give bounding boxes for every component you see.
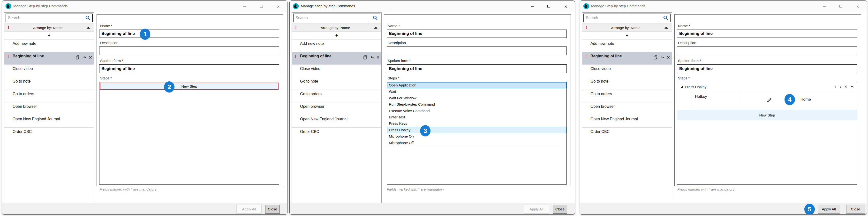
command-list-panel: ! Arrange by: Name + Add new note ! Begi…	[4, 12, 94, 207]
edit-pencil-icon[interactable]	[766, 97, 772, 103]
minimize-button[interactable]	[820, 1, 828, 12]
list-item[interactable]: Add new note	[292, 39, 381, 52]
name-field[interactable]: Beginning of line	[99, 30, 279, 38]
callout-1: 1	[140, 29, 150, 40]
minimize-button[interactable]	[528, 1, 536, 12]
list-item[interactable]: Close video	[292, 65, 381, 77]
undo-icon[interactable]	[370, 55, 374, 60]
delete-icon[interactable]: ×	[89, 55, 92, 60]
titlebar: Manage Step-by-step Commands ×	[580, 1, 867, 12]
apply-all-button[interactable]: Apply All	[237, 205, 261, 214]
arrange-by-header[interactable]: ! Arrange by: Name	[292, 24, 381, 32]
undo-icon[interactable]	[660, 55, 665, 60]
step-type-option[interactable]: Run Step-by-step Command	[387, 101, 566, 107]
undo-step-icon[interactable]	[850, 85, 854, 89]
step-item-header[interactable]: Press Hotkey ↑ ↓ ×	[677, 83, 857, 90]
list-item[interactable]: Open browser	[4, 102, 94, 115]
step-type-option[interactable]: Wait	[387, 88, 566, 95]
maximize-button[interactable]	[837, 1, 844, 12]
list-item[interactable]: Open New England Journal	[4, 115, 94, 128]
step-type-option[interactable]: Microphone Off	[387, 140, 566, 146]
list-item-selected[interactable]: ! Beginning of line ×	[582, 52, 672, 65]
add-command-button[interactable]: +	[4, 32, 94, 39]
list-item[interactable]: Open New England Journal	[292, 115, 381, 128]
new-step-button[interactable]: New Step	[100, 83, 279, 90]
list-item-selected[interactable]: ! Beginning of line ×	[292, 52, 381, 65]
description-field[interactable]	[677, 47, 857, 55]
description-field[interactable]	[99, 47, 279, 55]
callout-3: 3	[420, 125, 431, 136]
search-input[interactable]	[6, 14, 82, 22]
close-button[interactable]: Close	[265, 205, 280, 214]
undo-icon[interactable]	[82, 55, 87, 60]
apply-all-button[interactable]: Apply All	[818, 205, 840, 214]
list-item[interactable]: Close video	[4, 65, 94, 77]
add-command-button[interactable]: +	[582, 32, 672, 39]
apply-all-button[interactable]: Apply All	[524, 205, 549, 214]
copy-icon[interactable]	[653, 55, 658, 60]
description-label: Description	[100, 41, 118, 45]
window-title: Manage Step-by-step Commands	[13, 4, 67, 8]
maximize-button[interactable]	[258, 1, 265, 12]
search-icon[interactable]	[373, 15, 378, 21]
close-button[interactable]: Close	[846, 205, 865, 214]
list-item[interactable]: Go to orders	[292, 90, 381, 102]
spoken-form-field[interactable]: Beginning of line	[387, 64, 567, 73]
hotkey-value-cell[interactable]: Home	[740, 92, 857, 108]
step-type-option[interactable]: Press Keys	[387, 120, 566, 127]
list-item[interactable]: Go to orders	[582, 90, 672, 102]
list-item[interactable]: Go to note	[4, 77, 94, 90]
add-command-button[interactable]: +	[292, 32, 381, 39]
list-item[interactable]: Order CBC	[292, 128, 381, 140]
maximize-button[interactable]	[545, 1, 553, 12]
delete-icon[interactable]: ×	[667, 55, 670, 60]
list-item[interactable]: Open New England Journal	[582, 115, 672, 128]
list-item[interactable]: Add new note	[4, 39, 94, 52]
new-step-button[interactable]: New Step	[677, 110, 857, 120]
list-item[interactable]: Open browser	[292, 102, 381, 115]
spoken-form-field[interactable]: Beginning of line	[99, 64, 279, 73]
minimize-button[interactable]	[241, 1, 248, 12]
name-field[interactable]: Beginning of line	[387, 30, 567, 38]
list-item[interactable]: Close video	[582, 65, 672, 77]
list-item[interactable]: Go to note	[292, 77, 381, 90]
close-window-button[interactable]: ×	[275, 1, 282, 12]
error-exclamation-icon: !	[7, 54, 9, 59]
copy-icon[interactable]	[363, 55, 368, 60]
description-field[interactable]	[387, 47, 567, 55]
list-item[interactable]: Open browser	[582, 102, 672, 115]
move-step-up-icon[interactable]: ↑	[835, 85, 837, 89]
steps-label: Steps *	[100, 76, 112, 80]
close-button[interactable]: Close	[553, 205, 567, 214]
dragon-app-icon	[293, 3, 299, 9]
close-window-button[interactable]: ×	[854, 1, 862, 12]
list-item[interactable]: Order CBC	[4, 128, 94, 140]
list-item[interactable]: Go to orders	[4, 90, 94, 102]
close-window-button[interactable]: ×	[562, 1, 569, 12]
step-type-option-press-hotkey[interactable]: Press Hotkey	[387, 127, 566, 133]
expander-icon[interactable]	[681, 86, 683, 88]
step-type-option[interactable]: Microphone On	[387, 133, 566, 140]
step-type-option[interactable]: Execute Voice Command	[387, 108, 566, 114]
delete-icon[interactable]: ×	[376, 55, 379, 60]
list-item[interactable]: Add new note	[582, 39, 672, 52]
delete-step-icon[interactable]: ×	[845, 85, 847, 89]
step-type-option[interactable]: Enter Text	[387, 114, 566, 120]
search-input[interactable]	[293, 14, 370, 22]
arrange-by-header[interactable]: ! Arrange by: Name	[582, 24, 672, 32]
search-icon[interactable]	[663, 15, 669, 21]
list-item[interactable]: Order CBC	[582, 128, 672, 140]
spoken-form-field[interactable]: Beginning of line	[677, 64, 857, 73]
step-type-option[interactable]: Open Application	[387, 82, 566, 88]
search-input[interactable]	[584, 14, 660, 22]
copy-icon[interactable]	[75, 55, 80, 60]
list-item-selected[interactable]: ! Beginning of line ×	[4, 52, 94, 65]
list-item-label: Beginning of line	[12, 54, 44, 58]
move-step-down-icon[interactable]: ↓	[840, 85, 842, 89]
name-field[interactable]: Beginning of line	[677, 30, 857, 38]
list-item[interactable]: Go to note	[582, 77, 672, 90]
titlebar: Manage Step-by-step Commands ×	[290, 1, 575, 12]
arrange-by-header[interactable]: ! Arrange by: Name	[4, 24, 94, 32]
step-type-option[interactable]: Wait For Window	[387, 95, 566, 101]
search-icon[interactable]	[85, 15, 91, 21]
